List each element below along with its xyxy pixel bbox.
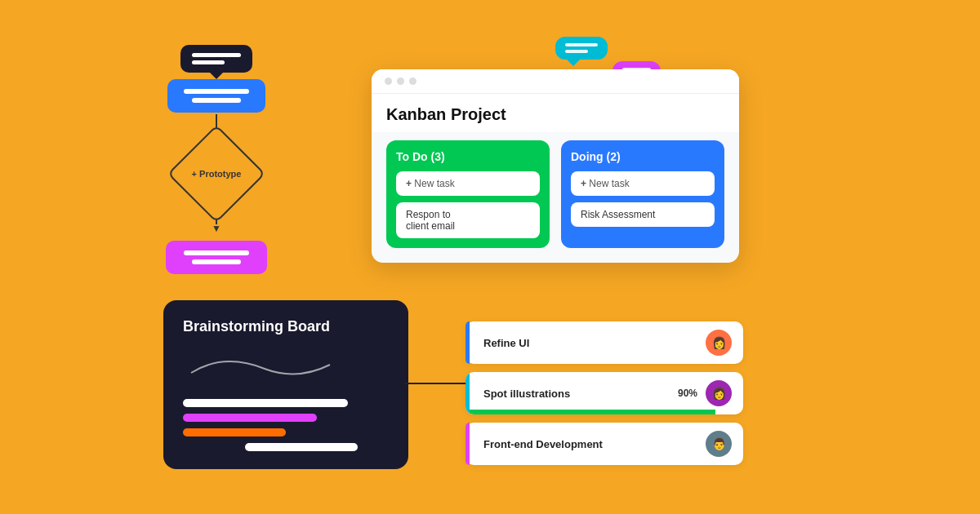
progress-item-refine-ui: Refine UI 👩 [466, 321, 743, 364]
progress-item-frontend: Front-end Development 👨 [466, 423, 743, 465]
titlebar-dot-3 [409, 78, 416, 85]
progress-item-spot: Spot illustrations 90% 👩 [466, 372, 743, 414]
progress-label-2: Spot illustrations [477, 388, 670, 400]
flowchart-pink-node [166, 241, 267, 274]
avatar-2: 👩 [706, 380, 732, 406]
kanban-doing-card-1[interactable]: New task [571, 171, 715, 196]
progress-list: Refine UI 👩 Spot illustrations 90% 👩 Fro… [466, 321, 743, 465]
progress-border-3 [466, 423, 470, 465]
progress-border-1 [466, 321, 470, 364]
kanban-window: Kanban Project To Do (3) New task Respon… [372, 69, 739, 263]
flowchart-chat-icon [180, 45, 252, 73]
kanban-titlebar [372, 69, 739, 94]
kanban-col-todo: To Do (3) New task Respon toclient email [386, 140, 550, 248]
bs-bar-white2 [245, 443, 359, 451]
brainstorm-board: Brainstorming Board [163, 300, 408, 469]
progress-pct-2: 90% [678, 388, 697, 399]
kanban-columns: To Do (3) New task Respon toclient email… [372, 132, 739, 263]
progress-label-3: Front-end Development [477, 438, 697, 450]
bs-bar-orange1 [183, 428, 286, 436]
bubble-teal-line-2 [565, 50, 588, 53]
chat-line-1 [192, 53, 241, 57]
bubble-teal-line-1 [565, 43, 598, 47]
titlebar-dot-2 [397, 78, 404, 85]
brainstorm-title: Brainstorming Board [183, 318, 389, 335]
progress-fill-2 [470, 410, 715, 414]
kanban-title: Kanban Project [386, 105, 724, 124]
fc-arrowhead-2: ▼ [212, 223, 221, 234]
flowchart-blue-node [167, 79, 265, 113]
avatar-1: 👩 [706, 330, 732, 356]
progress-border-2 [466, 372, 470, 414]
kanban-header: Kanban Project [372, 94, 739, 132]
avatar-3: 👨 [706, 431, 732, 457]
titlebar-dot-1 [385, 78, 392, 85]
pink-node-line-2 [192, 259, 241, 264]
kanban-todo-card-2: Respon toclient email [396, 202, 540, 238]
diamond-label: + Prototype [192, 169, 242, 179]
blue-node-line-1 [184, 89, 249, 94]
bs-bar-white1 [183, 399, 348, 407]
pink-node-line-1 [184, 250, 249, 255]
kanban-doing-header: Doing (2) [571, 150, 715, 163]
progress-label-1: Refine UI [477, 337, 697, 349]
brainstorm-squiggle [183, 348, 346, 381]
kanban-doing-card-2: Risk Assessment [571, 202, 715, 227]
brainstorm-bars [183, 399, 389, 451]
chat-line-2 [192, 60, 225, 64]
kanban-todo-header: To Do (3) [396, 150, 540, 163]
blue-node-line-2 [192, 98, 241, 103]
kanban-todo-card-1[interactable]: New task [396, 171, 540, 196]
flowchart-diamond: + Prototype [163, 147, 270, 200]
flowchart: ▼ + Prototype ▼ [163, 45, 270, 274]
bs-bar-pink1 [183, 414, 317, 422]
chat-bubble-teal [555, 37, 608, 60]
kanban-col-doing: Doing (2) New task Risk Assessment [561, 140, 724, 248]
